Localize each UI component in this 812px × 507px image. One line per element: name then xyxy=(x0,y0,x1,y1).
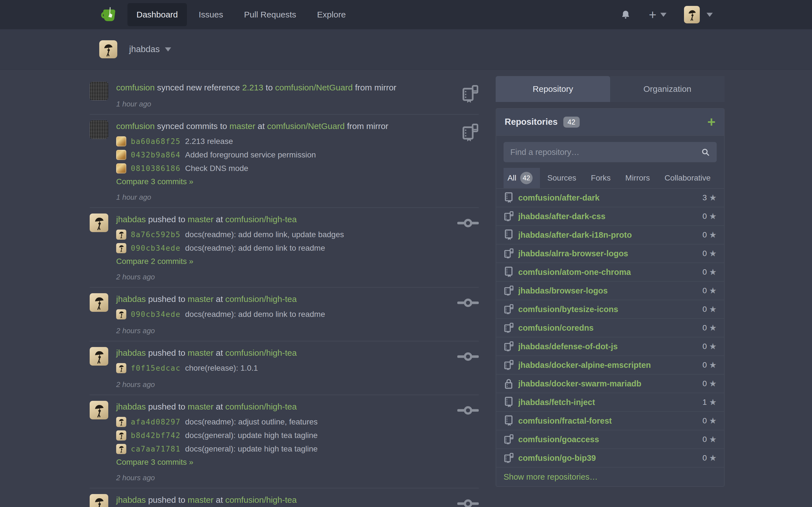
star-count: 0 xyxy=(703,435,707,444)
feed-link[interactable]: jhabdas xyxy=(116,402,146,411)
compare-commits-link[interactable]: Compare 2 commits » xyxy=(116,257,445,266)
repo-name-link[interactable]: jhabdas/browser-logos xyxy=(518,286,608,295)
repo-row[interactable]: jhabdas/docker-alpine-emscripten 0 ★ xyxy=(496,356,724,375)
repo-type-icon xyxy=(504,341,514,352)
commit-hash-link[interactable]: 090cb34ede xyxy=(131,310,181,319)
feed-link[interactable]: comfusion xyxy=(116,121,155,131)
feed-link[interactable]: comfusion/NetGuard xyxy=(267,121,345,131)
feed-link[interactable]: master xyxy=(188,495,214,504)
feed-link[interactable]: master xyxy=(188,215,214,224)
repo-name-link[interactable]: jhabdas/after-dark-i18n-proto xyxy=(518,230,632,240)
tab-repository[interactable]: Repository xyxy=(496,76,610,102)
commit-row: 8a76c592b5 docs(readme): add demo link, … xyxy=(116,229,445,240)
commit-hash-link[interactable]: 090cb34ede xyxy=(131,244,181,252)
feed-link[interactable]: jhabdas xyxy=(116,495,146,504)
feed-link[interactable]: 2.213 xyxy=(242,83,263,92)
repo-name-link[interactable]: jhabdas/docker-swarm-mariadb xyxy=(518,379,642,388)
repo-row[interactable]: jhabdas/alrra-browser-logos 0 ★ xyxy=(496,244,724,263)
feed-link[interactable]: comfusion/high-tea xyxy=(225,215,297,224)
show-more-repositories-link[interactable]: Show more repositories… xyxy=(496,467,724,486)
repo-filter[interactable]: Sources xyxy=(540,168,583,188)
repositories-title: Repositories xyxy=(505,117,558,127)
repo-row[interactable]: jhabdas/defense-of-dot-js 0 ★ xyxy=(496,337,724,356)
repo-stars: 0 ★ xyxy=(703,416,717,425)
feed-link[interactable]: jhabdas xyxy=(116,348,146,357)
repo-name-link[interactable]: comfusion/go-bip39 xyxy=(518,453,596,463)
repo-name-link[interactable]: jhabdas/after-dark-css xyxy=(518,212,605,221)
nav-item[interactable]: Dashboard xyxy=(128,3,187,26)
feed-link[interactable]: comfusion/NetGuard xyxy=(275,83,353,92)
add-repository-button[interactable]: + xyxy=(707,116,716,128)
commit-row: ba60a68f25 2.213 release xyxy=(116,136,445,147)
nav-item[interactable]: Pull Requests xyxy=(235,3,305,26)
repo-name-link[interactable]: comfusion/goaccess xyxy=(518,435,599,444)
commit-hash-link[interactable]: b8d42bf742 xyxy=(131,431,181,440)
feed-link[interactable]: master xyxy=(230,121,255,131)
repo-name-link[interactable]: jhabdas/defense-of-dot-js xyxy=(518,342,618,351)
repo-search-input[interactable] xyxy=(510,148,701,157)
notifications-bell-icon[interactable] xyxy=(620,9,631,20)
commit-hash-link[interactable]: ca7aa71781 xyxy=(131,445,181,453)
repo-row[interactable]: comfusion/atom-one-chroma 0 ★ xyxy=(496,263,724,282)
repo-filter[interactable]: All 42 xyxy=(504,168,540,188)
feed-link[interactable]: master xyxy=(188,294,214,304)
repo-filter[interactable]: Collaborative xyxy=(657,168,718,188)
committer-avatar xyxy=(116,230,126,240)
create-new-dropdown[interactable]: + xyxy=(649,8,666,21)
repo-name-link[interactable]: comfusion/after-dark xyxy=(518,193,599,203)
chevron-down-icon[interactable] xyxy=(165,47,171,52)
repo-row[interactable]: comfusion/fractal-forest 0 ★ xyxy=(496,412,724,431)
repo-row[interactable]: jhabdas/docker-swarm-mariadb 0 ★ xyxy=(496,375,724,393)
repo-stars: 3 ★ xyxy=(703,193,717,202)
star-icon: ★ xyxy=(709,212,717,221)
repo-name-link[interactable]: comfusion/atom-one-chroma xyxy=(518,268,631,277)
repo-row[interactable]: comfusion/bytesize-icons 0 ★ xyxy=(496,300,724,319)
feed-link[interactable]: jhabdas xyxy=(116,215,146,224)
commit-hash-link[interactable]: 8a76c592b5 xyxy=(131,230,181,239)
nav-item[interactable]: Issues xyxy=(190,3,232,26)
compare-commits-link[interactable]: Compare 3 commits » xyxy=(116,458,445,467)
feed-link[interactable]: comfusion/high-tea xyxy=(225,348,297,357)
repo-name-link[interactable]: comfusion/coredns xyxy=(518,323,594,333)
commit-hash-link[interactable]: 0432b9a864 xyxy=(131,151,181,159)
user-menu[interactable] xyxy=(684,6,713,23)
repo-row[interactable]: jhabdas/browser-logos 0 ★ xyxy=(496,282,724,300)
context-avatar[interactable] xyxy=(99,40,117,58)
commit-hash-link[interactable]: 0810386186 xyxy=(131,164,181,173)
repo-filter[interactable]: Forks xyxy=(583,168,618,188)
feed-item: jhabdas pushed to master at comfusion/hi… xyxy=(90,395,479,489)
top-navbar: DashboardIssuesPull RequestsExplore + xyxy=(0,0,812,29)
feed-link[interactable]: comfusion xyxy=(116,83,155,92)
repo-row[interactable]: comfusion/coredns 0 ★ xyxy=(496,319,724,337)
commit-hash-link[interactable]: f0f15edcac xyxy=(131,364,181,372)
repo-stars: 0 ★ xyxy=(703,360,717,370)
repo-stars: 0 ★ xyxy=(703,268,717,277)
feed-link[interactable]: master xyxy=(188,348,214,357)
commit-hash-link[interactable]: ba60a68f25 xyxy=(131,137,181,146)
repo-name-link[interactable]: comfusion/bytesize-icons xyxy=(518,305,618,314)
feed-link[interactable]: comfusion/high-tea xyxy=(225,402,297,411)
gitea-logo[interactable] xyxy=(99,5,118,24)
search-icon[interactable] xyxy=(701,148,710,157)
repo-row[interactable]: comfusion/after-dark 3 ★ xyxy=(496,189,724,207)
repo-row[interactable]: jhabdas/fetch-inject 1 ★ xyxy=(496,393,724,412)
repo-filter[interactable]: Mirrors xyxy=(618,168,657,188)
feed-link[interactable]: master xyxy=(188,402,214,411)
context-username[interactable]: jhabdas xyxy=(129,44,160,54)
feed-link[interactable]: jhabdas xyxy=(116,294,146,304)
compare-commits-link[interactable]: Compare 3 commits » xyxy=(116,177,445,186)
repo-name-link[interactable]: jhabdas/docker-alpine-emscripten xyxy=(518,360,651,370)
feed-type-icon xyxy=(457,404,479,416)
repo-name-link[interactable]: comfusion/fractal-forest xyxy=(518,416,612,426)
feed-link[interactable]: comfusion/high-tea xyxy=(225,495,297,504)
repo-name-link[interactable]: jhabdas/alrra-browser-logos xyxy=(518,249,628,258)
repo-row[interactable]: comfusion/go-bip39 0 ★ xyxy=(496,449,724,467)
tab-organization[interactable]: Organization xyxy=(610,76,725,102)
feed-link[interactable]: comfusion/high-tea xyxy=(225,294,297,304)
repo-name-link[interactable]: jhabdas/fetch-inject xyxy=(518,398,595,407)
commit-hash-link[interactable]: afa4d08297 xyxy=(131,418,181,426)
repo-row[interactable]: jhabdas/after-dark-i18n-proto 0 ★ xyxy=(496,226,724,244)
repo-row[interactable]: jhabdas/after-dark-css 0 ★ xyxy=(496,207,724,226)
repo-row[interactable]: comfusion/goaccess 0 ★ xyxy=(496,431,724,449)
nav-item[interactable]: Explore xyxy=(308,3,355,26)
